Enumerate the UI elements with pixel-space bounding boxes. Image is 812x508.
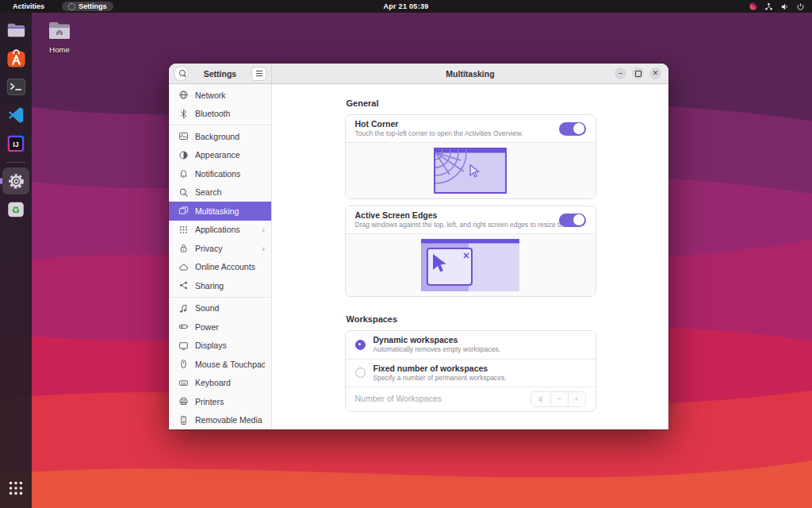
network-icon (178, 90, 189, 100)
maximize-icon (635, 71, 642, 77)
dock-files-icon[interactable] (2, 16, 29, 43)
printers-icon (178, 396, 189, 406)
workspaces-decrement-button[interactable]: − (551, 391, 569, 407)
mouse-touchpad-icon (178, 359, 189, 369)
sidebar-item-sharing[interactable]: Sharing (169, 276, 271, 295)
workspaces-spinner: 4 − + (530, 391, 586, 407)
workspaces-heading: Workspaces (347, 314, 596, 324)
sidebar-item-displays[interactable]: Displays (169, 337, 271, 356)
maximize-button[interactable] (632, 67, 644, 79)
sharing-icon (178, 280, 189, 291)
workspaces-section: Workspaces Dynamic workspaces Automatica… (345, 314, 596, 411)
sidebar-item-label: Displays (195, 341, 265, 350)
dynamic-workspaces-option[interactable]: Dynamic workspaces Automatically removes… (346, 331, 596, 358)
removable-media-icon (178, 415, 189, 425)
sidebar-item-bluetooth[interactable]: Bluetooth (169, 105, 271, 124)
sidebar-item-removable-media[interactable]: Removable Media (169, 411, 271, 430)
general-section: General Hot Corner Touch the top-left co… (345, 98, 596, 297)
sidebar-item-applications[interactable]: Applications› (169, 221, 271, 240)
primary-menu-button[interactable] (251, 67, 266, 81)
sidebar-item-label: Appearance (195, 150, 265, 160)
sidebar-item-label: Applications (195, 225, 255, 234)
general-heading: General (347, 98, 596, 108)
fixed-workspaces-option[interactable]: Fixed number of workspaces Specify a num… (346, 359, 596, 387)
sidebar-item-printers[interactable]: Printers (169, 392, 271, 411)
search-icon (178, 187, 189, 198)
dynamic-workspaces-radio[interactable] (355, 340, 366, 350)
sidebar-item-label: Privacy (195, 244, 255, 253)
sidebar-item-notifications[interactable]: Notifications (169, 164, 271, 183)
keyboard-icon (178, 378, 189, 388)
notifications-icon (178, 168, 189, 179)
sidebar-item-label: Sharing (195, 281, 265, 291)
number-of-workspaces-row: Number of Workspaces 4 − + (346, 387, 596, 411)
home-folder-icon (47, 19, 72, 41)
search-button[interactable] (174, 66, 189, 81)
displays-icon (178, 341, 189, 351)
appearance-icon (178, 150, 189, 160)
dock-trash-icon[interactable]: ♻ (2, 196, 29, 223)
volume-icon[interactable] (780, 2, 789, 11)
sidebar-item-label: Online Accounts (195, 262, 265, 271)
sidebar-item-multitasking[interactable]: Multitasking (169, 202, 271, 221)
sidebar-item-sound[interactable]: Sound (169, 299, 271, 318)
multi-monitor-heading: Multi-Monitor (347, 428, 596, 429)
dock-intellij-icon[interactable]: IJ (2, 130, 29, 157)
clock[interactable]: Apr 21 05:39 (0, 2, 812, 10)
sidebar-item-keyboard[interactable]: Keyboard (169, 374, 271, 393)
hot-corner-toggle[interactable] (559, 122, 586, 136)
sidebar-item-background[interactable]: Background (169, 127, 271, 146)
chevron-right-icon: › (262, 244, 265, 253)
hot-corner-title: Hot Corner (355, 119, 559, 129)
window-titlebar[interactable]: Settings Multitasking – ✕ (169, 64, 668, 84)
dock-separator (6, 162, 25, 163)
dock: IJ ♻ (0, 13, 32, 508)
active-screen-edges-title: Active Screen Edges (355, 210, 559, 221)
network-icon[interactable] (764, 2, 773, 11)
sidebar-item-label: Search (195, 187, 265, 197)
dock-vscode-icon[interactable] (2, 102, 29, 129)
privacy-icon (178, 243, 189, 253)
sidebar-item-label: Notifications (195, 169, 265, 179)
close-button[interactable]: ✕ (649, 67, 661, 79)
sidebar-separator (169, 297, 271, 298)
online-accounts-icon (178, 262, 189, 272)
hot-corner-illustration (346, 142, 596, 198)
svg-text:IJ: IJ (13, 140, 18, 148)
minimize-button[interactable]: – (615, 67, 626, 79)
sidebar-item-search[interactable]: Search (169, 183, 271, 202)
sidebar-item-label: Network (195, 90, 265, 100)
sidebar-item-power[interactable]: Power (169, 318, 271, 337)
app-indicator-icon[interactable] (749, 2, 757, 11)
bluetooth-icon (178, 109, 189, 119)
chevron-right-icon: › (262, 225, 265, 234)
dynamic-workspaces-subtitle: Automatically removes empty workspaces. (373, 345, 586, 354)
hot-corner-subtitle: Touch the top-left corner to open the Ac… (355, 129, 559, 138)
fixed-workspaces-radio[interactable] (355, 368, 366, 378)
active-screen-edges-subtitle: Drag windows against the top, left, and … (355, 221, 559, 229)
dynamic-workspaces-title: Dynamic workspaces (373, 335, 586, 345)
sidebar-separator (169, 125, 271, 125)
sidebar-item-appearance[interactable]: Appearance (169, 146, 271, 165)
sidebar-item-online-accounts[interactable]: Online Accounts (169, 258, 271, 277)
multi-monitor-section: Multi-Monitor Workspaces on primary disp… (345, 428, 596, 429)
hot-corner-card: Hot Corner Touch the top-left corner to … (345, 114, 596, 199)
sound-icon (178, 303, 189, 314)
show-applications-button[interactable] (2, 475, 29, 502)
titlebar-left: Settings (169, 64, 272, 83)
power-icon[interactable] (796, 2, 805, 11)
sidebar-item-label: Keyboard (195, 378, 265, 387)
panel-title: Multitasking (272, 69, 668, 79)
workspaces-increment-button[interactable]: + (569, 391, 586, 407)
sidebar-item-mouse-touchpad[interactable]: Mouse & Touchpad (169, 355, 271, 374)
workspaces-spinner-value[interactable]: 4 (530, 391, 551, 407)
system-tray[interactable] (749, 2, 805, 11)
desktop-home-shortcut[interactable]: Home (44, 19, 75, 54)
dock-settings-icon[interactable] (2, 167, 29, 194)
dock-terminal-icon[interactable] (2, 73, 29, 100)
active-screen-edges-illustration (346, 233, 596, 296)
sidebar-item-privacy[interactable]: Privacy› (169, 239, 271, 258)
active-screen-edges-toggle[interactable] (559, 214, 586, 227)
dock-ubuntu-software-icon[interactable] (2, 44, 29, 71)
sidebar-item-network[interactable]: Network (169, 86, 271, 105)
